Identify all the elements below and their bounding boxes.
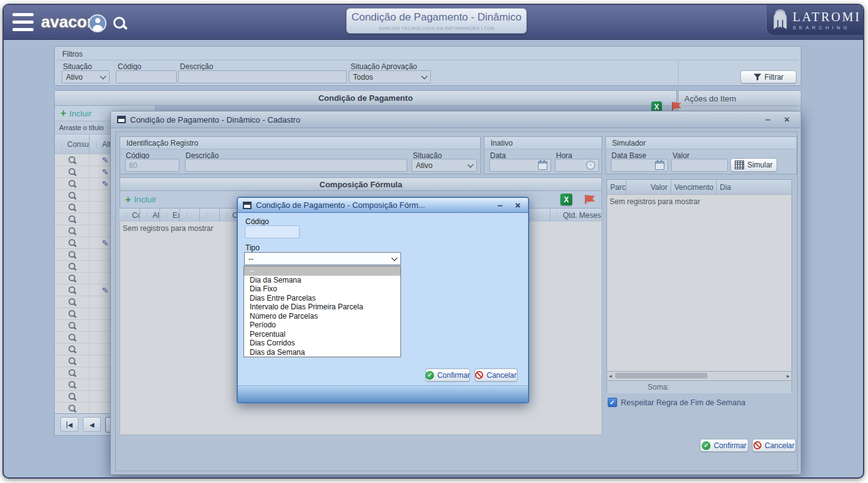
- edit-pencil-icon[interactable]: ✎: [102, 156, 109, 165]
- clock-icon[interactable]: [586, 161, 595, 170]
- pagination-prev-button[interactable]: ◀: [83, 417, 101, 432]
- valor-input[interactable]: [671, 159, 728, 172]
- tipo-option[interactable]: Intervalo de Dias Primeira Parcela: [244, 302, 400, 312]
- col-parc[interactable]: Parc: [607, 180, 626, 194]
- flag-icon[interactable]: [671, 101, 682, 111]
- consult-magnifier-icon[interactable]: [68, 203, 77, 212]
- incluir-button[interactable]: Incluir: [69, 109, 92, 118]
- composicao-modal-titlebar[interactable]: Condição de Pagamento - Composição Fórm.…: [238, 198, 528, 213]
- cancelar-button[interactable]: Cancelar: [752, 439, 796, 452]
- tipo-option[interactable]: Percentual: [244, 330, 400, 339]
- minimize-button[interactable]: –: [765, 115, 770, 124]
- tipo-option[interactable]: Dias Entre Parcelas: [244, 294, 400, 303]
- close-button[interactable]: ×: [515, 201, 521, 210]
- pagination-first-button[interactable]: ◀: [60, 417, 78, 432]
- edit-pencil-icon[interactable]: ✎: [102, 167, 109, 177]
- consult-magnifier-icon[interactable]: [68, 215, 77, 223]
- tipo-option[interactable]: Dias Corridos: [244, 339, 400, 348]
- page-title: Condição de Pagamento - Dinâmico: [347, 11, 526, 24]
- consult-magnifier-icon[interactable]: [68, 309, 77, 318]
- inativo-fieldset: Inativo Data Hora: [484, 136, 602, 174]
- consult-magnifier-icon[interactable]: [68, 227, 77, 235]
- edit-pencil-icon[interactable]: ✎: [102, 286, 109, 295]
- tipo-option[interactable]: Dia da Semana: [244, 276, 400, 285]
- scrollbar-thumb[interactable]: [615, 373, 707, 378]
- composicao-col-0[interactable]: Có: [120, 209, 140, 222]
- hamburger-menu-icon[interactable]: [12, 13, 34, 31]
- consult-magnifier-icon[interactable]: [68, 380, 77, 389]
- composicao-incluir-button[interactable]: Incluir: [134, 195, 156, 204]
- search-icon[interactable]: [113, 17, 128, 32]
- consult-magnifier-icon[interactable]: [68, 250, 77, 259]
- consult-magnifier-icon[interactable]: [68, 156, 77, 164]
- cadastro-modal-titlebar[interactable]: Condição de Pagamento - Dinâmico - Cadas…: [111, 111, 801, 128]
- divider: [56, 60, 800, 60]
- consult-magnifier-icon[interactable]: [68, 368, 77, 377]
- consult-magnifier-icon[interactable]: [68, 274, 77, 283]
- excel-export-icon[interactable]: X: [560, 194, 572, 205]
- consult-magnifier-icon[interactable]: [68, 238, 77, 247]
- descricao-filter-input[interactable]: [178, 70, 347, 83]
- tipo-option[interactable]: Dias da Semana: [244, 348, 400, 357]
- col-dia[interactable]: Dia: [717, 180, 791, 194]
- confirmar-button[interactable]: ✓ Confirmar: [425, 368, 470, 382]
- codigo-input[interactable]: [125, 159, 179, 172]
- composicao-col-1[interactable]: Al: [140, 209, 160, 222]
- consult-magnifier-icon[interactable]: [68, 167, 77, 176]
- consult-magnifier-icon[interactable]: [68, 357, 77, 365]
- consult-magnifier-icon[interactable]: [68, 179, 77, 188]
- calendar-icon[interactable]: [538, 161, 547, 170]
- page-title-box: Condição de Pagamento - Dinâmico AVACON …: [346, 8, 527, 34]
- col-valor[interactable]: Valor: [626, 180, 671, 194]
- cancel-circle-icon: [475, 371, 483, 379]
- cancelar-button[interactable]: Cancelar: [474, 368, 517, 382]
- data-input[interactable]: [489, 159, 551, 172]
- situacao-select[interactable]: Ativo: [412, 159, 477, 172]
- weekend-rule-checkbox[interactable]: ✓: [608, 398, 617, 407]
- edit-pencil-icon[interactable]: ✎: [102, 179, 109, 189]
- composicao-col-3[interactable]: [180, 209, 200, 222]
- consult-magnifier-icon[interactable]: [68, 333, 77, 342]
- consult-magnifier-icon[interactable]: [68, 392, 77, 401]
- consult-magnifier-icon[interactable]: [68, 321, 77, 330]
- consult-magnifier-icon[interactable]: [68, 262, 77, 271]
- composicao-col-qtd-meses[interactable]: Qtd. Meses: [550, 209, 602, 222]
- flag-icon[interactable]: [584, 194, 597, 205]
- hora-input[interactable]: [555, 159, 599, 172]
- column-header-consultar[interactable]: Consultar: [55, 134, 90, 154]
- filters-legend: Filtros: [62, 50, 83, 59]
- situacao-select[interactable]: Ativo: [62, 70, 110, 83]
- plus-icon: +: [125, 196, 131, 204]
- consult-magnifier-icon[interactable]: [68, 404, 77, 413]
- weekend-rule-label: Respeitar Regra de Fim de Semana: [621, 398, 745, 407]
- aprovacao-select[interactable]: Todos: [349, 70, 431, 83]
- tipo-option[interactable]: --: [244, 266, 400, 276]
- consult-magnifier-icon[interactable]: [68, 298, 77, 306]
- simular-button[interactable]: Simular: [730, 158, 777, 172]
- horizontal-scrollbar[interactable]: ◂ ▸: [607, 371, 791, 381]
- consult-magnifier-icon[interactable]: [68, 191, 77, 200]
- tipo-select[interactable]: --: [244, 252, 401, 265]
- scroll-left-arrow[interactable]: ◂: [609, 373, 612, 379]
- tipo-option[interactable]: Período: [244, 321, 400, 330]
- minimize-button[interactable]: –: [498, 201, 502, 210]
- edit-pencil-icon[interactable]: ✎: [102, 238, 109, 248]
- filtrar-button[interactable]: Filtrar: [740, 70, 796, 83]
- codigo-filter-input[interactable]: [116, 70, 177, 83]
- descricao-input[interactable]: [185, 159, 407, 172]
- consult-magnifier-icon[interactable]: [68, 345, 77, 354]
- composicao-col-4[interactable]: [200, 209, 220, 222]
- tipo-option[interactable]: Dia Fixo: [244, 284, 400, 294]
- close-button[interactable]: ×: [784, 115, 790, 124]
- calendar-icon[interactable]: [655, 161, 664, 170]
- consult-magnifier-icon[interactable]: [68, 286, 77, 294]
- filtrar-label: Filtrar: [765, 73, 784, 82]
- scroll-right-arrow[interactable]: ▸: [786, 373, 790, 379]
- tipo-option[interactable]: Número de Parcelas: [244, 312, 400, 321]
- confirmar-button[interactable]: ✓ Confirmar: [700, 439, 748, 452]
- codigo-input[interactable]: [245, 225, 300, 238]
- user-icon[interactable]: [88, 14, 106, 32]
- data-base-input[interactable]: [611, 159, 668, 172]
- col-vencimento[interactable]: Vencimento: [671, 180, 717, 194]
- composicao-col-2[interactable]: Ex: [160, 209, 180, 222]
